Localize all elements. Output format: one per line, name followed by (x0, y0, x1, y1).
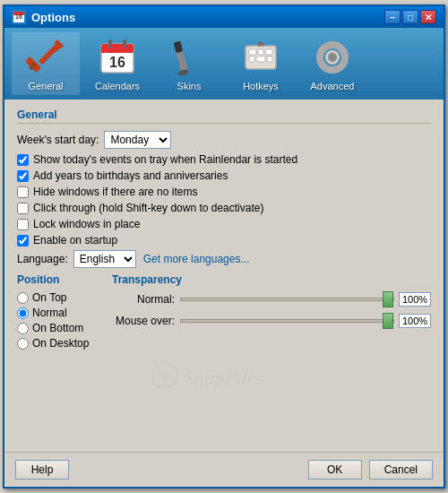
radio-on-top: On Top (17, 291, 98, 304)
radio-normal: Normal (17, 307, 98, 319)
svg-rect-24 (267, 56, 272, 62)
svg-rect-28 (331, 41, 334, 48)
svg-rect-31 (341, 56, 349, 59)
checkbox-enable-startup: Enable on startup (17, 234, 431, 246)
restore-button[interactable]: □ (402, 10, 418, 24)
mouseover-slider-container (180, 313, 394, 329)
svg-rect-20 (258, 49, 263, 55)
help-button[interactable]: Help (15, 460, 69, 480)
get-more-languages-link[interactable]: Get more languages... (143, 253, 250, 265)
transparency-section: Transparency Normal: 100% Mouse over: 10… (112, 273, 431, 352)
hide-windows-checkbox[interactable] (17, 186, 29, 198)
tab-calendars-label: Calendars (95, 81, 140, 91)
general-section-title: General (17, 108, 431, 124)
click-through-checkbox[interactable] (17, 203, 29, 214)
radio-on-desktop: On Desktop (17, 337, 98, 350)
enable-startup-checkbox[interactable] (17, 235, 29, 246)
mouseover-transparency-slider[interactable] (180, 319, 394, 323)
footer-right: OK Cancel (308, 460, 433, 480)
watermark: SnapFiles S (17, 359, 431, 396)
svg-rect-21 (265, 49, 272, 55)
on-bottom-label: On Bottom (32, 322, 83, 334)
general-icon (24, 36, 67, 79)
on-desktop-label: On Desktop (32, 337, 89, 350)
toolbar: General 16 Calendars (4, 28, 444, 99)
tab-advanced-label: Advanced (311, 81, 355, 91)
title-bar-buttons: – □ ✕ (384, 10, 436, 24)
svg-rect-11 (101, 49, 134, 53)
app-icon: 16 (12, 10, 26, 24)
radio-on-bottom: On Bottom (17, 322, 98, 334)
tab-calendars[interactable]: 16 Calendars (83, 32, 151, 95)
hide-windows-label: Hide windows if there are no items (33, 186, 197, 198)
normal-radio[interactable] (17, 307, 29, 319)
svg-text:16: 16 (109, 55, 125, 70)
on-desktop-radio[interactable] (17, 338, 29, 350)
svg-rect-22 (249, 56, 254, 62)
normal-slider-label: Normal: (112, 293, 175, 306)
tab-skins-label: Skins (177, 81, 202, 91)
minimize-button[interactable]: – (384, 10, 401, 24)
mouseover-slider-label: Mouse over: (112, 315, 175, 327)
checkbox-show-events: Show today's events on tray when Rainlen… (17, 153, 431, 166)
ok-button[interactable]: OK (308, 460, 362, 480)
normal-slider-container (180, 291, 394, 307)
options-window: 16 Options – □ ✕ General (3, 4, 445, 489)
language-label: Language: (17, 253, 68, 265)
show-events-checkbox[interactable] (17, 154, 29, 166)
title-bar-title: 16 Options (12, 10, 75, 24)
normal-transparency-slider[interactable] (180, 298, 394, 301)
svg-rect-16 (173, 41, 183, 54)
language-select[interactable]: English German French Spanish (73, 250, 136, 268)
tab-general[interactable]: General (12, 32, 80, 95)
checkbox-lock-windows: Lock windows in place (17, 218, 431, 230)
svg-rect-29 (331, 66, 334, 74)
on-top-radio[interactable] (17, 292, 29, 304)
lock-windows-checkbox[interactable] (17, 219, 29, 230)
skins-icon (168, 36, 211, 79)
svg-point-36 (328, 53, 337, 62)
svg-rect-13 (123, 39, 126, 48)
footer: Help OK Cancel (4, 452, 444, 487)
week-start-select[interactable]: Monday Sunday Saturday (104, 131, 171, 149)
hotkeys-icon: R (239, 36, 282, 79)
add-years-checkbox[interactable] (17, 170, 29, 182)
svg-rect-23 (256, 56, 265, 62)
svg-rect-12 (108, 39, 112, 48)
week-start-row: Week's start day: Monday Sunday Saturday (17, 131, 431, 149)
calendars-icon: 16 (96, 36, 139, 79)
checkbox-click-through: Click through (hold Shift-key down to de… (17, 202, 431, 214)
on-bottom-radio[interactable] (17, 323, 29, 334)
checkbox-hide-windows: Hide windows if there are no items (17, 186, 431, 198)
svg-rect-30 (316, 56, 323, 59)
mouseover-slider-row: Mouse over: 100% (112, 313, 431, 329)
advanced-icon (311, 36, 354, 79)
cancel-button[interactable]: Cancel (369, 460, 433, 480)
tab-hotkeys-label: Hotkeys (243, 81, 279, 91)
on-top-label: On Top (32, 291, 66, 304)
checkbox-add-years: Add years to birthdays and anniversaries (17, 169, 431, 182)
window-title: Options (31, 11, 75, 24)
svg-text:S: S (162, 369, 168, 383)
svg-text:16: 16 (15, 13, 22, 20)
mouseover-slider-value: 100% (399, 314, 431, 328)
normal-label: Normal (32, 307, 67, 319)
close-button[interactable]: ✕ (420, 10, 436, 24)
svg-rect-19 (249, 49, 256, 55)
transparency-title: Transparency (112, 273, 431, 286)
show-events-label: Show today's events on tray when Rainlen… (33, 153, 297, 166)
tab-hotkeys[interactable]: R Hotkeys (227, 32, 295, 95)
lock-windows-label: Lock windows in place (33, 218, 140, 230)
click-through-label: Click through (hold Shift-key down to de… (33, 202, 263, 214)
tab-advanced[interactable]: Advanced (298, 32, 366, 95)
normal-slider-value: 100% (399, 292, 431, 307)
tab-general-label: General (28, 81, 63, 91)
tab-skins[interactable]: Skins (155, 32, 223, 95)
svg-text:R: R (258, 40, 263, 48)
normal-slider-row: Normal: 100% (112, 291, 431, 307)
week-start-label: Week's start day: (17, 134, 99, 146)
main-content: General Week's start day: Monday Sunday … (4, 99, 444, 452)
svg-text:SnapFiles: SnapFiles (185, 367, 263, 389)
add-years-label: Add years to birthdays and anniversaries (33, 169, 228, 182)
bottom-section: Position On Top Normal On Bottom On Desk… (17, 273, 431, 352)
